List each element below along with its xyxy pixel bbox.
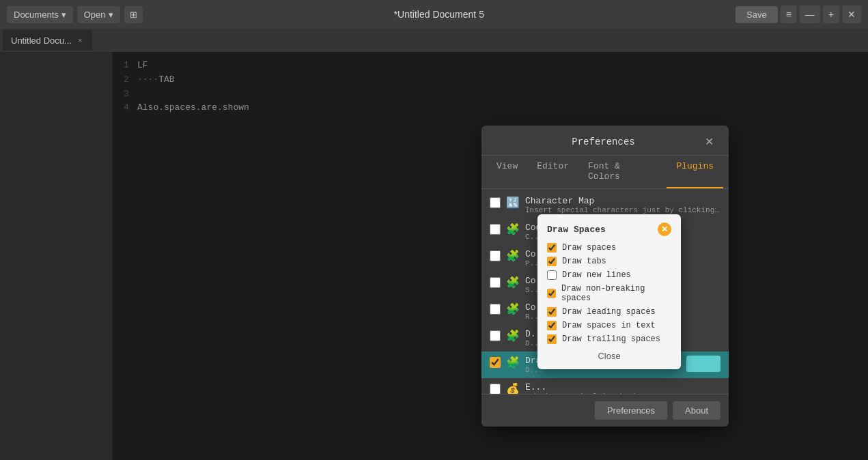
plugin-icon-code-comment: 🧩: [506, 222, 520, 236]
plugin-checkbox-terminal[interactable]: [490, 384, 501, 394]
ds-label-draw-spaces-in-text: Draw spaces in text: [562, 321, 656, 330]
ds-label-draw-non-breaking: Draw non-breaking spaces: [561, 284, 671, 303]
plugin-desc-terminal: Embed a terminal in the bottom pane.: [525, 392, 720, 394]
topbar-left: Documents ▾ Open ▾ ⊞: [7, 6, 143, 23]
plugin-icon-d1: 🧩: [506, 329, 520, 343]
close-window-button[interactable]: ✕: [842, 5, 861, 23]
documents-label: Documents: [14, 10, 59, 20]
plugin-checkbox-code3[interactable]: [490, 277, 501, 288]
plugin-icon-terminal: 💰: [506, 382, 520, 394]
preferences-preferences-button[interactable]: Preferences: [595, 401, 667, 420]
preferences-close-button[interactable]: ✕: [701, 134, 718, 149]
draw-spaces-dialog: Draw Spaces ✕ Draw spaces Draw tabs Draw…: [537, 214, 681, 369]
ds-checkbox-draw-trailing[interactable]: [547, 334, 557, 344]
draw-spaces-close-label-button[interactable]: Close: [547, 351, 671, 361]
plugin-name-character-map: Character Map: [525, 196, 720, 206]
ds-checkbox-draw-tabs[interactable]: [547, 257, 557, 266]
window-title: *Untitled Document 5: [148, 9, 730, 20]
document-tab[interactable]: Untitled Docu... ×: [3, 30, 92, 51]
documents-chevron-icon: ▾: [61, 10, 66, 20]
preferences-title: Preferences: [506, 136, 701, 147]
ds-option-draw-trailing: Draw trailing spaces: [547, 334, 671, 344]
open-chevron-icon: ▾: [109, 10, 113, 20]
plugin-desc-character-map: Insert special characters just by clicki…: [525, 206, 720, 214]
ds-option-draw-tabs: Draw tabs: [547, 257, 671, 266]
ds-checkbox-draw-spaces[interactable]: [547, 243, 557, 253]
minimize-button[interactable]: —: [800, 5, 820, 23]
maximize-button[interactable]: +: [823, 5, 839, 23]
ds-checkbox-draw-leading[interactable]: [547, 307, 557, 317]
sidebar: [0, 52, 113, 460]
draw-spaces-header: Draw Spaces ✕: [547, 222, 671, 236]
ds-checkbox-draw-new-lines[interactable]: [547, 270, 557, 280]
topbar-right: Save ≡ — + ✕: [736, 5, 861, 23]
plugin-checkbox-code2[interactable]: [490, 250, 501, 261]
main-area: 1 LF 2 ····TAB 3 4 Also.spaces.are.shown…: [0, 52, 868, 460]
editor[interactable]: 1 LF 2 ····TAB 3 4 Also.spaces.are.shown…: [113, 52, 868, 460]
plugin-checkbox-draw-spaces[interactable]: [490, 357, 501, 368]
plugin-checkbox-character-map[interactable]: [490, 197, 501, 208]
ds-label-draw-trailing: Draw trailing spaces: [562, 334, 660, 344]
tab-plugins[interactable]: Plugins: [667, 156, 723, 188]
plugin-icon-code3: 🧩: [506, 276, 520, 289]
documents-button[interactable]: Documents ▾: [7, 6, 73, 23]
plugin-icon-co4: 🧩: [506, 302, 520, 316]
ds-option-draw-spaces-in-text: Draw spaces in text: [547, 321, 671, 330]
plugin-info-character-map: Character Map Insert special characters …: [525, 196, 720, 214]
ds-checkbox-draw-spaces-in-text[interactable]: [547, 321, 557, 330]
add-document-icon: ⊞: [130, 10, 137, 20]
plugin-name-terminal: E...: [525, 382, 720, 392]
plugin-item-terminal[interactable]: 💰 E... Embed a terminal in the bottom pa…: [481, 378, 729, 394]
menu-button[interactable]: ≡: [781, 5, 797, 23]
preferences-footer: Preferences About: [481, 394, 729, 427]
ds-label-draw-leading: Draw leading spaces: [562, 307, 656, 317]
draw-spaces-title: Draw Spaces: [547, 225, 606, 235]
topbar: Documents ▾ Open ▾ ⊞ *Untitled Document …: [0, 0, 868, 29]
plugin-checkbox-co4[interactable]: [490, 304, 501, 315]
tab-view[interactable]: View: [487, 156, 527, 188]
tab-close-icon[interactable]: ×: [76, 35, 84, 45]
draw-spaces-active-indicator: [686, 356, 720, 372]
plugin-icon-code2: 🧩: [506, 249, 520, 263]
ds-option-draw-leading: Draw leading spaces: [547, 307, 671, 317]
open-label: Open: [84, 10, 106, 20]
ds-checkbox-draw-non-breaking[interactable]: [547, 289, 556, 298]
tab-label: Untitled Docu...: [11, 35, 72, 46]
plugin-icon-draw-spaces: 🧩: [506, 356, 520, 369]
ds-option-draw-spaces: Draw spaces: [547, 243, 671, 253]
preferences-tabs: View Editor Font & Colors Plugins: [481, 156, 729, 189]
add-document-button[interactable]: ⊞: [124, 6, 143, 23]
preferences-about-button[interactable]: About: [673, 401, 720, 420]
tab-editor[interactable]: Editor: [527, 156, 578, 188]
tab-font-colors[interactable]: Font & Colors: [578, 156, 667, 188]
ds-label-draw-spaces: Draw spaces: [562, 243, 616, 253]
open-button[interactable]: Open ▾: [77, 6, 120, 23]
ds-option-draw-new-lines: Draw new lines: [547, 270, 671, 280]
plugin-info-terminal: E... Embed a terminal in the bottom pane…: [525, 382, 720, 394]
tabbar: Untitled Docu... ×: [0, 29, 868, 52]
save-button[interactable]: Save: [736, 6, 778, 23]
ds-label-draw-tabs: Draw tabs: [562, 257, 606, 266]
plugin-icon-character-map: 🔣: [506, 196, 520, 210]
plugin-checkbox-d1[interactable]: [490, 330, 501, 341]
plugin-checkbox-code-comment[interactable]: [490, 224, 501, 235]
ds-option-draw-non-breaking: Draw non-breaking spaces: [547, 284, 671, 303]
draw-spaces-close-button[interactable]: ✕: [658, 222, 671, 236]
preferences-header: Preferences ✕: [481, 126, 729, 156]
ds-label-draw-new-lines: Draw new lines: [562, 270, 631, 280]
